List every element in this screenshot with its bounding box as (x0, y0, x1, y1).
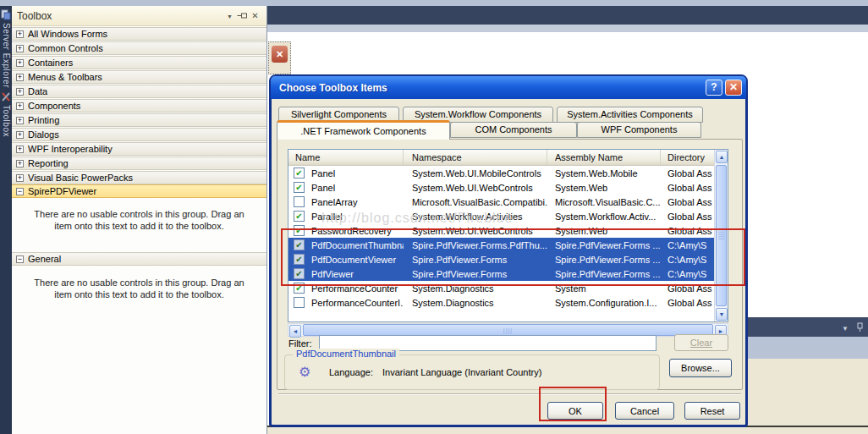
collapse-icon[interactable] (16, 188, 24, 195)
scroll-up-icon[interactable] (716, 151, 728, 163)
dialog-title: Choose Toolbox Items (279, 82, 703, 94)
cell-directory: Global Ass (661, 183, 714, 193)
tab-system-activities-components[interactable]: System.Activities Components (557, 107, 703, 123)
auto-hide-pin-icon[interactable] (236, 10, 249, 22)
cell-assembly: System.Configuration.I... (547, 298, 661, 308)
tab-wpf-components[interactable]: WPF Components (577, 122, 701, 138)
expand-icon[interactable] (16, 174, 24, 182)
scroll-down-icon[interactable] (716, 308, 728, 321)
column-header-name[interactable]: Name (288, 150, 404, 165)
table-row[interactable]: PanelSystem.Web.UI.MobileControlsSystem.… (288, 166, 714, 180)
top-window-strip (0, 0, 868, 6)
table-header: Name Namespace Assembly Name Directory (288, 150, 714, 166)
tab-com-components[interactable]: COM Components (450, 122, 577, 138)
browse-button[interactable]: Browse... (669, 359, 732, 377)
cell-namespace: System.Web.UI.MobileControls (404, 168, 547, 179)
component-detail-groupbox: PdfDocumentThumbnail Language: Invariant… (284, 354, 660, 390)
expand-icon[interactable] (16, 146, 24, 153)
right-panel-body (748, 359, 868, 434)
toolbox-group-visual-basic-powerpacks[interactable]: Visual Basic PowerPacks (12, 171, 266, 184)
dialog-titlebar[interactable]: Choose Toolbox Items (271, 76, 746, 99)
sidebar-item-label: Toolbox (2, 105, 11, 137)
filter-label: Filter: (288, 338, 312, 349)
close-icon[interactable] (271, 45, 288, 63)
row-checkbox[interactable] (294, 211, 305, 222)
background-band-top (267, 6, 868, 25)
toolbox-group-printing[interactable]: Printing (12, 113, 266, 127)
toolbox-group-menus-toolbars[interactable]: Menus & Toolbars (12, 70, 266, 84)
right-panel-band (748, 337, 868, 359)
sidebar-item-server-explorer[interactable]: Server Explorer (0, 6, 12, 88)
scroll-left-icon[interactable] (289, 325, 301, 338)
language-label: Language: (329, 367, 373, 377)
collapse-icon[interactable] (16, 255, 24, 263)
component-gear-icon (299, 364, 310, 380)
toolbox-group-common-controls[interactable]: Common Controls (12, 41, 266, 55)
toolbox-group-dialogs[interactable]: Dialogs (12, 128, 266, 141)
clear-button[interactable]: Clear (674, 334, 728, 351)
cell-name: PerformanceCounterI... (288, 297, 404, 308)
toolbox-group-reporting[interactable]: Reporting (12, 157, 266, 170)
right-panel-header[interactable] (748, 317, 868, 337)
sidebar-item-label: Server Explorer (2, 23, 11, 88)
chevron-down-icon[interactable] (842, 322, 849, 332)
toolbox-panel: Toolbox All Windows FormsCommon Controls… (12, 6, 267, 434)
sidebar-item-toolbox[interactable]: Toolbox (0, 88, 12, 137)
toolbox-group-components[interactable]: Components (12, 99, 266, 113)
expand-icon[interactable] (16, 74, 24, 81)
tab-net-framework-components[interactable]: .NET Framework Components (277, 120, 450, 140)
table-row[interactable]: PanelSystem.Web.UI.WebControlsSystem.Web… (288, 180, 714, 195)
toolbox-group-spirepdfviewer[interactable]: SpirePDFViewer (12, 184, 266, 198)
cancel-button[interactable]: Cancel (615, 402, 674, 420)
toolbox-group-wpf-interoperability[interactable]: WPF Interoperability (12, 142, 266, 156)
expand-icon[interactable] (16, 88, 24, 96)
close-icon[interactable] (725, 80, 742, 96)
help-icon[interactable] (706, 80, 722, 96)
cell-namespace: System.Diagnostics (404, 298, 547, 308)
cell-assembly: Microsoft.VisualBasic.C... (547, 197, 661, 207)
table-row[interactable]: PerformanceCounterI...System.Diagnostics… (288, 295, 714, 310)
close-icon[interactable] (249, 10, 261, 22)
dialog-divider (278, 393, 741, 395)
scrollbar-thumb[interactable] (303, 324, 713, 336)
cell-name: PanelArray (288, 196, 404, 207)
expand-icon[interactable] (16, 131, 24, 139)
component-name: Panel (311, 183, 335, 193)
table-row[interactable]: PanelArrayMicrosoft.VisualBasic.Compatib… (288, 195, 714, 209)
toolbox-group-general[interactable]: General (12, 252, 266, 266)
hidden-window-close-tab (268, 41, 291, 74)
window-menu-icon[interactable] (223, 10, 236, 22)
cell-directory: Global Ass (661, 168, 714, 179)
row-checkbox[interactable] (294, 182, 305, 193)
expand-icon[interactable] (16, 102, 24, 110)
toolbox-group-all-windows-forms[interactable]: All Windows Forms (12, 27, 266, 41)
column-header-assembly[interactable]: Assembly Name (547, 150, 661, 165)
expand-icon[interactable] (16, 45, 24, 52)
row-checkbox[interactable] (294, 168, 305, 179)
expand-icon[interactable] (16, 160, 24, 168)
pin-icon[interactable] (855, 322, 865, 332)
column-header-namespace[interactable]: Namespace (404, 150, 547, 165)
toolbox-title: Toolbox (17, 10, 223, 22)
toolbox-group-data[interactable]: Data (12, 85, 266, 98)
left-tab-strip: Server Explorer Toolbox (0, 6, 12, 434)
toolbox-group-label: Menus & Toolbars (28, 72, 102, 82)
annotation-box-selected-rows (281, 228, 745, 286)
toolbox-group-label: Components (28, 101, 80, 111)
toolbox-group-label: All Windows Forms (28, 29, 107, 39)
component-name: PanelArray (311, 197, 357, 207)
toolbox-group-label: SpirePDFViewer (28, 186, 96, 196)
background-band-light (267, 25, 868, 32)
cell-assembly: System.Workflow.Activ... (547, 212, 661, 222)
row-checkbox[interactable] (294, 196, 305, 207)
expand-icon[interactable] (16, 59, 24, 67)
toolbox-group-label: Containers (28, 58, 73, 68)
toolbox-group-containers[interactable]: Containers (12, 56, 266, 69)
reset-button[interactable]: Reset (684, 402, 740, 420)
row-checkbox[interactable] (294, 297, 305, 308)
column-header-directory[interactable]: Directory (661, 150, 714, 165)
expand-icon[interactable] (16, 30, 24, 38)
toolbox-empty-message: There are no usable controls in this gro… (29, 208, 250, 232)
expand-icon[interactable] (16, 117, 24, 124)
toolbox-icon (1, 91, 11, 102)
